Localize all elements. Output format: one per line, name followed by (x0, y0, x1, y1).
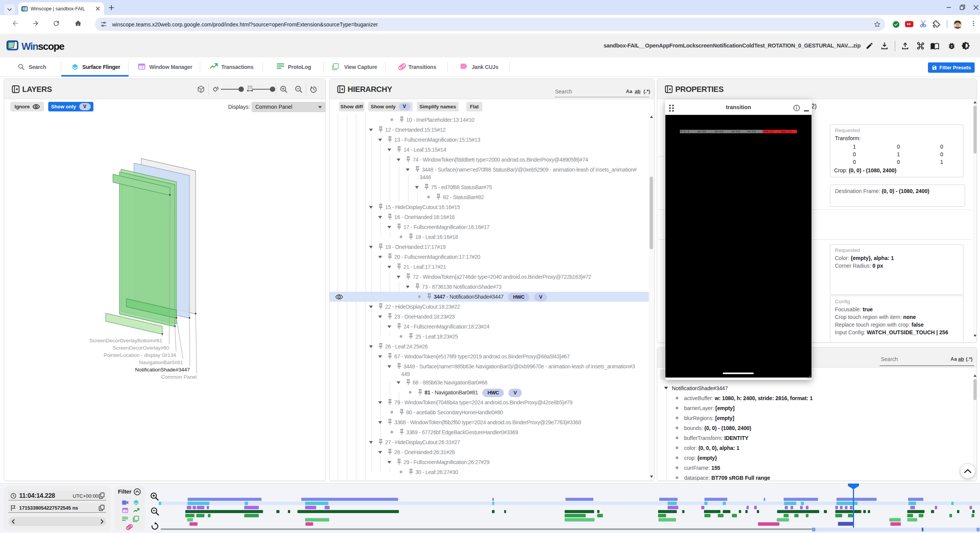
svg-text:NotificationShade#3447: NotificationShade#3447 (135, 367, 190, 373)
svg-text:Common Panel: Common Panel (161, 374, 197, 380)
svg-text:ScreenDecorOverlayBottom#61: ScreenDecorOverlayBottom#61 (89, 338, 162, 343)
svg-text:ScreenDecorOverlay#60: ScreenDecorOverlay#60 (113, 345, 169, 351)
svg-text:PointerLocation - display 0#13: PointerLocation - display 0#134 (104, 352, 176, 358)
svg-text:NavigationBar0#81: NavigationBar0#81 (139, 360, 183, 365)
